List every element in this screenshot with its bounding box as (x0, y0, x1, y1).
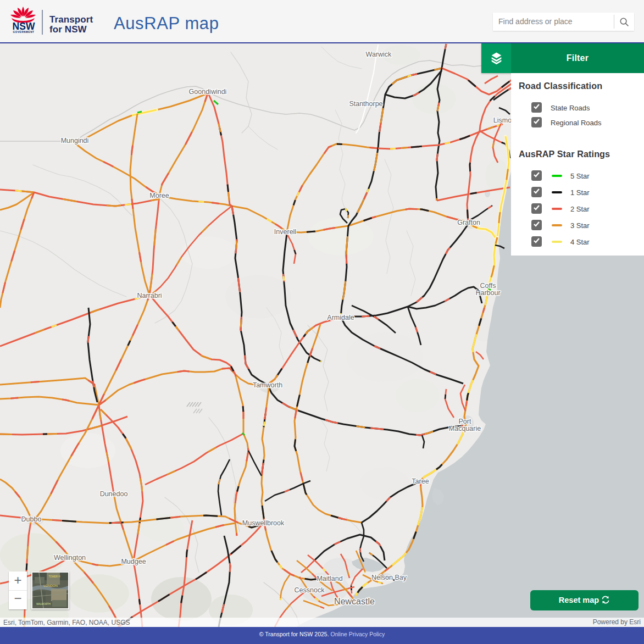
svg-text:Armidale: Armidale (327, 314, 354, 321)
svg-text:Mungindi: Mungindi (61, 137, 89, 145)
svg-text:LONDON: LONDON (43, 584, 58, 587)
svg-text:Maitland: Maitland (317, 575, 342, 582)
svg-text:Nelson Bay: Nelson Bay (371, 574, 407, 581)
svg-text:Wellington: Wellington (54, 554, 86, 562)
svg-text:WALWORTH: WALWORTH (36, 603, 51, 606)
svg-text:Taree: Taree (412, 478, 429, 485)
svg-text:Narrabri: Narrabri (137, 292, 162, 299)
svg-text:TOWER H: TOWER H (48, 575, 60, 578)
svg-text:Mudgee: Mudgee (121, 558, 146, 565)
svg-text:Macquarie: Macquarie (449, 425, 481, 432)
svg-text:Grafton: Grafton (457, 219, 480, 226)
svg-text:Inverell: Inverell (274, 228, 296, 236)
svg-text:Newcastle: Newcastle (334, 597, 375, 606)
svg-text:Moree: Moree (149, 192, 169, 199)
svg-text:Port: Port (459, 418, 471, 425)
svg-text:Harbour: Harbour (475, 289, 500, 297)
svg-text:Coffs: Coffs (480, 282, 496, 290)
svg-text:Dunedoo: Dunedoo (100, 490, 128, 498)
svg-text:Goondiwindi: Goondiwindi (189, 88, 227, 96)
svg-text:Cessnock: Cessnock (295, 586, 325, 594)
svg-text:Warwick: Warwick (366, 51, 392, 58)
svg-text:Muswellbrook: Muswellbrook (242, 519, 285, 527)
svg-text:Tamworth: Tamworth (253, 381, 282, 389)
svg-text:Stanthorpe: Stanthorpe (349, 100, 382, 108)
svg-text:Dubbo: Dubbo (21, 515, 42, 523)
